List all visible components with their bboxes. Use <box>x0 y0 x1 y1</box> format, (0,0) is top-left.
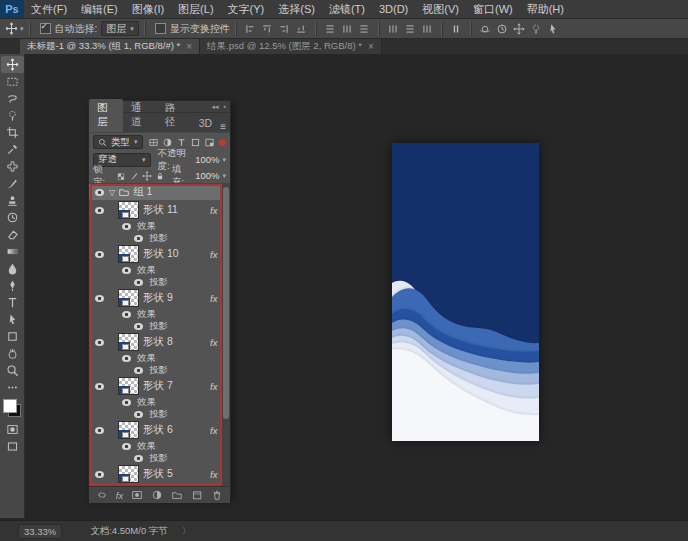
panel-tab-图层[interactable]: 图层 <box>89 99 123 132</box>
visibility-toggle[interactable] <box>131 411 145 418</box>
drop-shadow-row[interactable]: 投影 <box>89 276 230 288</box>
move-tool-preset-icon[interactable] <box>4 22 19 36</box>
visibility-toggle[interactable] <box>92 295 106 302</box>
drop-shadow-row[interactable]: 投影 <box>89 408 230 420</box>
menu-item-7[interactable]: 3D(D) <box>372 0 415 18</box>
lock-transparent-pixels[interactable] <box>116 171 126 181</box>
menu-item-1[interactable]: 编辑(E) <box>74 0 125 18</box>
rect-marquee-tool[interactable] <box>1 73 24 90</box>
menu-item-2[interactable]: 图像(I) <box>125 0 171 18</box>
auto-select-checkbox[interactable] <box>40 23 51 34</box>
layer-row-形状 7[interactable]: 形状 7fx▴ <box>89 376 230 396</box>
add-layer-style[interactable]: fx <box>116 490 123 501</box>
visibility-toggle[interactable] <box>92 427 106 434</box>
layer-row-形状 5[interactable]: 形状 5fx▴ <box>89 464 230 484</box>
visibility-toggle[interactable] <box>92 339 106 346</box>
layer-thumbnail[interactable] <box>118 421 139 439</box>
visibility-toggle[interactable] <box>119 223 133 230</box>
close-tab-icon[interactable]: × <box>186 41 192 52</box>
drop-shadow-row[interactable]: 投影 <box>89 452 230 464</box>
menu-item-0[interactable]: 文件(F) <box>24 0 74 18</box>
clone-stamp-tool[interactable] <box>1 192 24 209</box>
visibility-toggle[interactable] <box>119 311 133 318</box>
effects-row[interactable]: 效果 <box>89 440 230 452</box>
layer-row-形状 10[interactable]: 形状 10fx▴ <box>89 244 230 264</box>
effects-row[interactable]: 效果 <box>89 264 230 276</box>
color-swatches[interactable] <box>3 399 21 417</box>
fill-value[interactable]: 100% <box>195 170 219 181</box>
3d-mode-orbit-icon[interactable] <box>478 22 493 36</box>
menu-item-9[interactable]: 窗口(W) <box>466 0 520 18</box>
collapse-panel-icon[interactable]: ◂◂ <box>211 103 218 111</box>
crop-tool[interactable] <box>1 124 24 141</box>
visibility-toggle[interactable] <box>131 323 145 330</box>
effects-row[interactable]: 效果 <box>89 308 230 320</box>
visibility-toggle[interactable] <box>92 471 106 478</box>
fx-badge[interactable]: fx <box>210 425 219 436</box>
document-tab-1[interactable]: 结果.psd @ 12.5% (图层 2, RGB/8) *× <box>200 39 382 54</box>
new-group[interactable] <box>171 489 183 501</box>
lock-all[interactable] <box>155 171 165 181</box>
visibility-toggle[interactable] <box>92 189 106 196</box>
hand-tool[interactable] <box>1 345 24 362</box>
distribute-h-centers-icon[interactable] <box>403 22 418 36</box>
layer-thumbnail[interactable] <box>118 465 139 483</box>
link-layers[interactable] <box>96 489 108 501</box>
tool-preset-arrow-icon[interactable]: ▾ <box>20 25 24 33</box>
lock-image-pixels[interactable] <box>129 171 139 181</box>
document-canvas[interactable] <box>392 143 539 441</box>
type-tool[interactable] <box>1 294 24 311</box>
visibility-toggle[interactable] <box>92 251 106 258</box>
scrollbar-thumb[interactable] <box>223 187 229 419</box>
zoom-level-field[interactable]: 33.33% <box>18 524 62 539</box>
menu-item-3[interactable]: 图层(L) <box>171 0 220 18</box>
brush-tool[interactable] <box>1 175 24 192</box>
align-left-edges-icon[interactable] <box>243 22 258 36</box>
move-tool[interactable] <box>1 56 24 73</box>
auto-select-target-dropdown[interactable]: 图层▾ <box>101 21 139 36</box>
status-menu-arrow[interactable]: 〉 <box>182 525 192 538</box>
add-layer-mask[interactable] <box>131 489 143 501</box>
layer-thumbnail[interactable] <box>118 201 139 219</box>
3d-mode-slide-icon[interactable] <box>529 22 544 36</box>
show-transform-checkbox[interactable] <box>155 23 166 34</box>
visibility-toggle[interactable] <box>131 279 145 286</box>
filter-smart-objects[interactable] <box>204 137 215 148</box>
quick-mask-button[interactable] <box>1 421 24 438</box>
menu-item-10[interactable]: 帮助(H) <box>520 0 571 18</box>
layer-thumbnail[interactable] <box>118 289 139 307</box>
new-layer[interactable] <box>191 489 203 501</box>
distribute-right-icon[interactable] <box>420 22 435 36</box>
layer-row-形状 8[interactable]: 形状 8fx▴ <box>89 332 230 352</box>
align-h-centers-icon[interactable] <box>260 22 275 36</box>
pen-tool[interactable] <box>1 277 24 294</box>
fx-badge[interactable]: fx <box>210 337 219 348</box>
drop-shadow-row[interactable]: 投影 <box>89 320 230 332</box>
filter-switch-icon[interactable] <box>219 139 226 146</box>
delete-layer[interactable] <box>211 489 223 501</box>
eyedropper-tool[interactable] <box>1 141 24 158</box>
distribute-left-icon[interactable] <box>386 22 401 36</box>
drop-shadow-row[interactable]: 投影 <box>89 364 230 376</box>
auto-align-icon[interactable] <box>449 22 464 36</box>
3d-mode-drag-icon[interactable] <box>512 22 527 36</box>
fx-badge[interactable]: fx <box>210 469 219 480</box>
panel-tab-路径[interactable]: 路径 <box>157 99 191 132</box>
fx-badge[interactable]: fx <box>210 293 219 304</box>
panel-scrollbar[interactable] <box>222 184 230 486</box>
chevron-down-icon[interactable]: ▾ <box>222 156 226 164</box>
layer-thumbnail[interactable] <box>118 245 139 263</box>
distribute-bottom-icon[interactable] <box>357 22 372 36</box>
visibility-toggle[interactable] <box>131 455 145 462</box>
opacity-value[interactable]: 100% <box>195 154 219 165</box>
fx-badge[interactable]: fx <box>210 381 219 392</box>
drop-shadow-row[interactable]: 投影 <box>89 232 230 244</box>
visibility-toggle[interactable] <box>119 267 133 274</box>
panel-tab-通道[interactable]: 通道 <box>123 99 157 132</box>
panel-tab-3D[interactable]: 3D <box>191 115 220 132</box>
visibility-toggle[interactable] <box>131 235 145 242</box>
history-brush-tool[interactable] <box>1 209 24 226</box>
menu-item-8[interactable]: 视图(V) <box>415 0 466 18</box>
fx-badge[interactable]: fx <box>210 205 219 216</box>
healing-brush-tool[interactable] <box>1 158 24 175</box>
